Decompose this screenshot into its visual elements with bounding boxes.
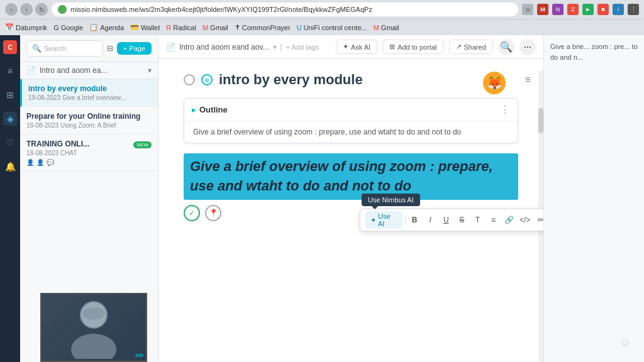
fmt-code-button[interactable]: </> [518,213,531,227]
search-icon: 🔍 [32,44,42,53]
extension-icon-2[interactable]: N [552,4,564,15]
back-button[interactable]: ‹ [5,3,18,16]
bookmark-label: CommonPrayer [242,24,291,31]
fmt-bold-button[interactable]: B [408,213,421,227]
note-menu-button[interactable]: ≡ [525,74,531,85]
note-avatar: 🦊 [483,72,506,94]
sidebar-nav-icon-5[interactable]: 🔔 [3,160,17,173]
video-logo: sm [135,352,143,358]
nav-folder[interactable]: 📄 Intro and aoom ea... ▾ [20,62,158,79]
extension-icon-4[interactable]: ► [582,4,594,15]
nav-item-subtitle-prepare: 18-08-2023 Using Zoom: A Brief [26,122,152,129]
fmt-strikethrough-button[interactable]: S [455,213,469,227]
reload-button[interactable]: ↻ [35,3,48,16]
right-panel: Give a brie... zoom : pre... to do and n… [543,35,644,362]
bookmark-star[interactable]: ☆ [522,4,533,15]
fmt-pencil-button[interactable]: ✏ [534,213,543,227]
text-action-confirm[interactable]: ✓ [184,205,200,221]
browser-actions: ☆ M N Z ► ■ i ⋮ [522,4,639,15]
sidebar-nav-icon-4[interactable]: ♡ [3,136,17,150]
sidebar-nav-icon-3[interactable]: ◈ [3,112,17,126]
fmt-text-button[interactable]: T [471,213,484,227]
fmt-link-button[interactable]: 🔗 [502,213,516,227]
main-content: 📄 Intro and aoom eand aov... ▾ | + Add t… [158,35,543,362]
add-tags-link[interactable]: + Add tags [286,43,319,51]
bookmarks-bar: 📅 Datumprik G Google 📋 Agenda 💳 Wallet R… [0,19,644,35]
scrollbar-thumb[interactable] [538,108,543,133]
bookmark-unifi[interactable]: U UniFi control cente... [297,24,367,31]
outline-box: ▸ Outline ⋮ Give a brief overview of usi… [184,98,518,143]
add-page-button[interactable]: + Page [117,42,152,55]
nav-item-training[interactable]: TRAINING ONLI... NEW 18-08-2023 CHAT 👤 👤… [20,134,158,172]
bookmark-agenda[interactable]: 📋 Agenda [89,23,124,31]
fmt-list-button[interactable]: ≡ [487,213,500,227]
extension-icon-5[interactable]: ■ [597,4,609,15]
folder-chevron: ▾ [148,66,152,75]
icon-sidebar: C ≡ ⊞ ◈ ♡ 🔔 [0,35,20,362]
breadcrumb-label: Intro and aoom eand aov... [179,43,269,52]
bookmark-datumprik[interactable]: 📅 Datumprik [5,23,47,31]
extension-icon-6[interactable]: i [613,4,624,15]
sidebar-nav-icon-2[interactable]: ⊞ [3,88,17,102]
formatting-toolbar: ✦ Use AI B I U S T ≡ 🔗 </> ✏ A ○ ⊞ [360,209,543,231]
user-video: sm [40,293,147,362]
share-icon: ↗ [456,43,462,51]
main-toolbar: 📄 Intro and aoom eand aov... ▾ | + Add t… [158,35,543,59]
folder-icon: 📄 [26,66,36,75]
breadcrumb-separator: | [280,43,282,52]
search-placeholder: Search [44,45,66,52]
extension-icon-3[interactable]: Z [567,4,579,15]
nav-item-prepare[interactable]: Prepare for your Online training 18-08-2… [20,107,158,134]
nav-buttons: ‹ › ↻ [5,3,48,16]
extension-icon-1[interactable]: M [537,4,548,15]
fmt-underline-button[interactable]: U [440,213,453,227]
filter-icon[interactable]: ⊟ [107,44,113,53]
bookmark-commonprayer[interactable]: ✝ CommonPrayer [235,23,291,31]
text-action-pin[interactable]: 📍 [205,205,221,221]
ask-ai-button[interactable]: ✦ Ask AI [336,40,377,54]
bookmark-label: Agenda [100,24,124,31]
search-button[interactable]: 🔍 [498,39,514,55]
bookmark-label: Google [61,24,83,31]
forward-button[interactable]: › [20,3,33,16]
outline-toggle[interactable]: ▸ [192,106,196,114]
ai-sparkle-icon: ✦ [370,216,376,224]
app-logo: C [3,40,17,54]
add-to-portal-button[interactable]: ⊞ Add to portal [382,40,443,54]
note-check[interactable] [184,74,195,85]
breadcrumb-chevron: ▾ [273,43,277,52]
svg-point-1 [71,334,116,359]
fmt-italic-button[interactable]: I [424,213,437,227]
sidebar-nav-icon-1[interactable]: ≡ [3,64,17,78]
bookmark-label: UniFi control cente... [304,24,367,31]
outline-label: Outline [199,105,228,114]
selected-text-block[interactable]: Give a brief overview of using zoom : pr… [184,153,518,200]
use-ai-button[interactable]: ✦ Use AI [365,211,402,229]
outline-menu-icon[interactable]: ⋮ [500,104,510,116]
more-options-button[interactable]: ⋯ [519,39,536,55]
extension-icon-7[interactable]: ⋮ [628,4,639,15]
nav-panel-header: 🔍 Search ⊟ + Page [20,35,158,62]
nav-item-header-row: TRAINING ONLI... NEW [26,140,152,150]
breadcrumb-area: 📄 Intro and aoom eand aov... ▾ | + Add t… [166,43,330,52]
note-title: intro by every module [219,72,363,88]
bookmark-radical[interactable]: R Radical [166,24,196,31]
bookmark-gmail2[interactable]: M Gmail [374,24,399,31]
nav-item-intro[interactable]: intro by every module 19-08-2023 Give a … [20,79,158,107]
address-bar[interactable]: missio.nimbusweb.me/ws/2m3qkerb4cejt0jt/… [52,3,518,16]
note-area: ⊕ intro by every module 🦊 ≡ ▸ Outline ⋮ [158,59,543,362]
note-type-btn[interactable]: ⊕ [201,74,213,85]
browser-chrome: ‹ › ↻ missio.nimbusweb.me/ws/2m3qkerb4ce… [0,0,644,19]
search-box[interactable]: 🔍 Search [26,40,103,57]
bookmark-google[interactable]: G Google [53,24,83,31]
nav-panel: 🔍 Search ⊟ + Page 📄 Intro and aoom ea...… [20,35,158,362]
bookmark-label: Wallet [141,24,160,31]
video-placeholder [42,294,146,361]
bookmark-wallet[interactable]: 💳 Wallet [130,23,160,31]
shared-button[interactable]: ↗ Shared [449,40,493,54]
bookmark-gmail1[interactable]: M Gmail [203,24,228,31]
nav-item-subtitle-training: 18-08-2023 CHAT [26,150,152,156]
outline-title: ▸ Outline [192,105,228,114]
person-silhouette [56,296,131,359]
fmt-divider [405,215,406,225]
